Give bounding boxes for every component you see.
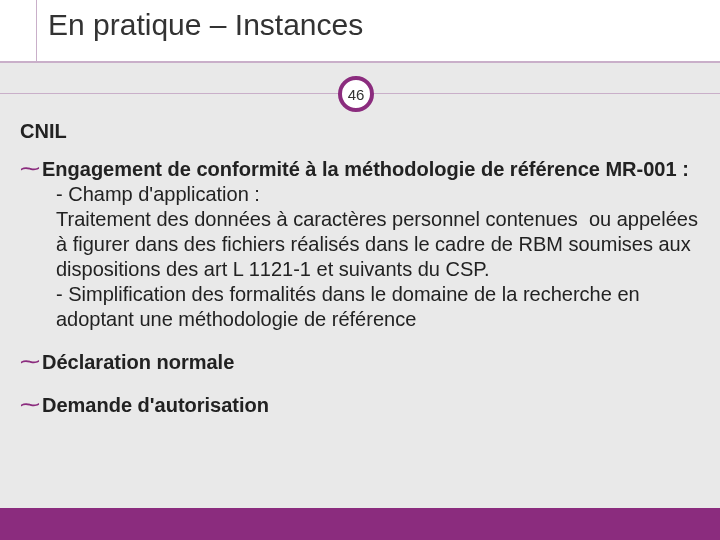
- bullet-marker-icon: ⁓: [20, 157, 40, 179]
- footer-accent-bar: [0, 508, 720, 540]
- slide-number: 46: [348, 86, 365, 103]
- bullet-subline: - Champ d'application :: [56, 182, 700, 207]
- slide-title: En pratique – Instances: [48, 8, 363, 42]
- bullet-item: ⁓ Demande d'autorisation: [20, 393, 700, 418]
- bullet-subline: Traitement des données à caractères pers…: [56, 207, 700, 282]
- bullet-item: ⁓ Engagement de conformité à la méthodol…: [20, 157, 700, 332]
- slide-root: En pratique – Instances 46 CNIL ⁓ Engage…: [0, 0, 720, 540]
- slide-number-badge: 46: [338, 76, 374, 112]
- bullet-marker-icon: ⁓: [20, 350, 40, 372]
- section-heading: CNIL: [20, 120, 700, 143]
- divider-top: [0, 62, 720, 63]
- bullet-lead: Demande d'autorisation: [42, 394, 269, 416]
- title-area: En pratique – Instances: [0, 0, 720, 62]
- content-body: CNIL ⁓ Engagement de conformité à la mét…: [20, 120, 700, 436]
- bullet-lead: Déclaration normale: [42, 351, 234, 373]
- bullet-item: ⁓ Déclaration normale: [20, 350, 700, 375]
- bullet-subline: - Simplification des formalités dans le …: [56, 282, 700, 332]
- title-vertical-rule: [36, 0, 37, 62]
- bullet-marker-icon: ⁓: [20, 393, 40, 415]
- bullet-lead: Engagement de conformité à la méthodolog…: [42, 158, 689, 180]
